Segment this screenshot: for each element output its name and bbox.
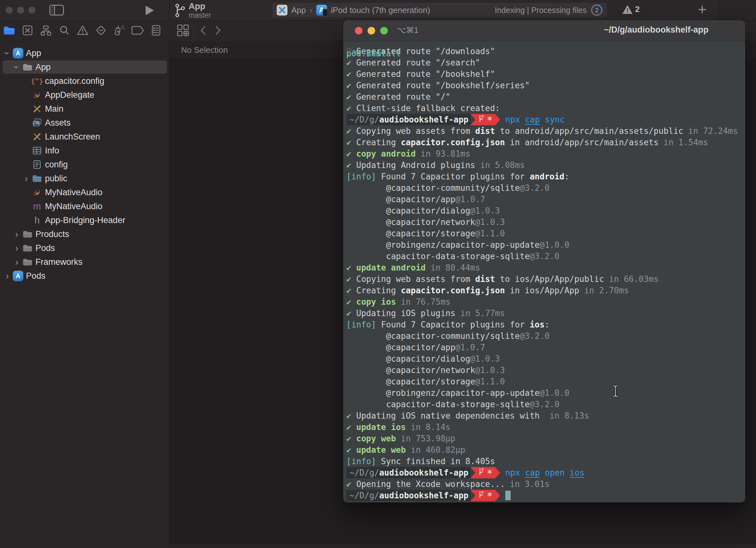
terminal-content[interactable]: ✔ Generated route "/downloads"✔ Generate…	[343, 41, 745, 502]
run-destination[interactable]: iPod touch (7th generation)	[331, 5, 430, 15]
tree-item-app[interactable]: ›AApp	[0, 46, 169, 60]
terminal-text-segment: ✔	[346, 57, 356, 68]
debug-spray-icon	[113, 24, 126, 38]
tree-item-label: public	[45, 174, 67, 184]
tab-report-navigator[interactable]	[147, 22, 165, 40]
tree-item-pods[interactable]: ›Pods	[0, 241, 169, 255]
project-title: App	[189, 2, 211, 11]
objc-m-icon: m	[31, 201, 43, 212]
disclosure-chevron-icon[interactable]: ›	[3, 48, 12, 58]
tree-item-main[interactable]: Main	[0, 102, 169, 116]
forward-button[interactable]	[213, 25, 223, 37]
toolbar-right-section	[718, 0, 756, 20]
disclosure-chevron-icon[interactable]: ›	[12, 230, 22, 239]
tree-item-pods[interactable]: ›APods	[0, 269, 169, 283]
terminal-window[interactable]: ⌥⌘1 ~/D/g/audiobookshelf-app ✔ Generated…	[343, 20, 745, 502]
disclosure-chevron-icon[interactable]: ›	[12, 257, 22, 267]
debug-bar-collapsed	[170, 544, 756, 548]
tree-item-capacitor-config[interactable]: {"}capacitor.config	[0, 74, 169, 88]
terminal-text-segment: update web	[356, 444, 406, 456]
tree-item-mynativeaudio[interactable]: MyNativeAudio	[0, 186, 169, 199]
tree-item-label: App	[26, 48, 41, 58]
terminal-output-line: ✔ Copying web assets from dist to androi…	[346, 125, 745, 137]
terminal-output-line: capacitor-data-storage-sqlite@3.2.0	[346, 399, 745, 410]
terminal-title-bar[interactable]: ⌥⌘1 ~/D/g/audiobookshelf-app	[343, 20, 745, 41]
terminal-output-line: ✔ copy ios in 76.75ms	[346, 296, 745, 307]
terminal-text-segment: @3.2.0	[520, 182, 550, 194]
terminal-text-segment: Generated route "/"	[356, 91, 450, 103]
toggle-sidebar-icon[interactable]	[49, 5, 64, 16]
issues-indicator[interactable]: ! 2	[622, 4, 639, 14]
assets-icon	[31, 117, 43, 128]
disclosure-chevron-icon[interactable]: ›	[12, 243, 22, 253]
scm-status: App master	[175, 2, 211, 19]
prompt-path-chip: ~/D/g/audiobookshelf-app	[346, 467, 470, 478]
terminal-close-button[interactable]	[355, 27, 362, 35]
tree-item-label: AppDelegate	[45, 90, 94, 100]
tab-test-navigator[interactable]	[92, 22, 110, 40]
tab-find-navigator[interactable]	[55, 22, 73, 40]
tree-item-frameworks[interactable]: ›Frameworks	[0, 255, 169, 269]
tab-debug-navigator[interactable]	[110, 22, 129, 40]
disclosure-chevron-icon[interactable]: ›	[12, 62, 22, 72]
terminal-text-segment: [info]	[346, 319, 376, 330]
terminal-text-segment: [info]	[346, 171, 376, 182]
prompt-path-prefix: ~/D/g/	[350, 114, 379, 125]
tree-item-label: Info	[45, 146, 59, 156]
prompt-path-prefix: ~/D/g/	[350, 490, 379, 501]
disclosure-chevron-icon[interactable]: ›	[3, 271, 12, 280]
terminal-output-line: ✔ Updating Android plugins in 5.08ms	[346, 160, 745, 171]
tree-item-config[interactable]: config	[0, 158, 169, 172]
terminal-zoom-button[interactable]	[380, 27, 388, 35]
tree-item-label: Assets	[45, 118, 71, 128]
scheme-and-activity-pill[interactable]: App › A iPod touch (7th generation) Inde…	[272, 3, 607, 17]
zoom-window-button[interactable]	[28, 7, 35, 14]
terminal-text-segment: @capacitor/network	[346, 217, 475, 228]
terminal-output-line: @capacitor/network@1.0.3	[346, 364, 745, 376]
terminal-text-segment: in ios/App/App	[505, 285, 579, 296]
terminal-text-segment: ✔	[346, 68, 356, 80]
tree-item-info[interactable]: Info	[0, 144, 169, 158]
tab-issue-navigator[interactable]	[73, 22, 92, 40]
terminal-text-segment: @capacitor/network	[346, 364, 475, 376]
terminal-output-line: @capacitor/storage@1.1.0	[346, 228, 745, 239]
tree-item-products[interactable]: ›Products	[0, 227, 169, 241]
tree-item-launchscreen[interactable]: LaunchScreen	[0, 130, 169, 144]
tree-item-label: App	[35, 62, 51, 72]
terminal-text-segment: update ios	[356, 421, 406, 433]
run-button[interactable]	[146, 6, 154, 15]
tree-item-app[interactable]: ›App	[0, 60, 169, 74]
terminal-output-line: ✔ Updating iOS native dependencies with …	[346, 410, 745, 421]
scheme-name[interactable]: App	[291, 5, 306, 15]
terminal-output-line: ✔ update web in 460.82μp	[346, 444, 745, 456]
terminal-minimize-button[interactable]	[368, 27, 375, 35]
tree-item-assets[interactable]: Assets	[0, 116, 169, 130]
tab-source-control-navigator[interactable]	[18, 22, 37, 40]
tree-item-label: Products	[35, 230, 69, 239]
tree-item-public[interactable]: ›public	[0, 172, 169, 186]
disclosure-chevron-icon[interactable]: ›	[22, 174, 31, 183]
close-window-button[interactable]	[6, 7, 13, 14]
tree-item-app-bridging-header[interactable]: hApp-Bridging-Header	[0, 213, 169, 227]
branch-name: master	[189, 11, 211, 19]
terminal-block-cursor	[505, 491, 511, 500]
tree-item-appdelegate[interactable]: AppDelegate	[0, 88, 169, 102]
git-dirty-marker: *	[487, 468, 493, 479]
terminal-text-segment: capacitor.config.json	[401, 137, 505, 148]
terminal-text-segment: @1.0.3	[470, 205, 500, 217]
library-add-button[interactable]: +	[698, 1, 707, 18]
back-button[interactable]	[198, 25, 208, 37]
appstore-project-icon: A	[12, 48, 24, 59]
command-text: sync	[540, 114, 564, 125]
tab-symbol-navigator[interactable]	[37, 22, 55, 40]
terminal-prompt-line: ~/D/g/audiobookshelf-app*npx cap sync	[346, 114, 745, 125]
editor-layout-icon[interactable]	[177, 24, 189, 38]
terminal-text-segment: to ios/App/App/public	[495, 274, 604, 285]
terminal-prompt-line: ~/D/g/audiobookshelf-app*npx cap open io…	[346, 467, 745, 478]
tab-project-navigator[interactable]	[0, 22, 18, 40]
tree-item-mynativeaudio[interactable]: mMyNativeAudio	[0, 199, 169, 213]
tab-breakpoint-navigator[interactable]	[129, 22, 147, 40]
terminal-text-segment: @capacitor/app	[346, 342, 455, 353]
activity-progress-ring[interactable]: 2	[591, 4, 602, 16]
minimize-window-button[interactable]	[17, 7, 24, 14]
